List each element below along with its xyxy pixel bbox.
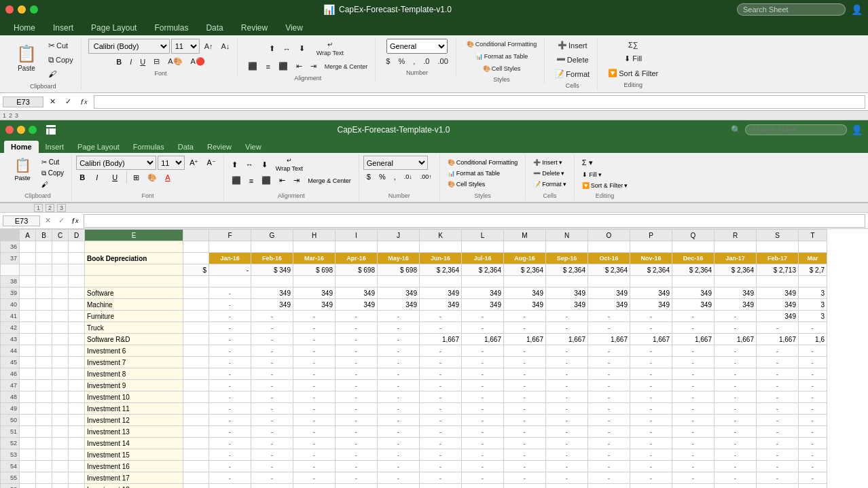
paste-button[interactable]: 📋 Paste (10, 41, 43, 79)
align-center-button[interactable]: ≡ (246, 175, 257, 186)
number-format-selector[interactable]: General (386, 39, 448, 54)
col-d[interactable]: D (69, 230, 85, 241)
format-button[interactable]: 📝 Format ▾ (530, 179, 570, 189)
tab-view[interactable]: View (238, 141, 268, 153)
row-group-1[interactable]: 1 (34, 204, 43, 212)
col-a[interactable]: A (20, 230, 36, 241)
percent-button[interactable]: % (395, 55, 408, 67)
font-color-button[interactable]: A (162, 172, 173, 183)
align-right-button[interactable]: ⬛ (258, 175, 274, 186)
sort-filter-button[interactable]: 🔽 Sort & Filter ▾ (579, 181, 632, 190)
italic-button[interactable]: I (126, 56, 135, 68)
tab-view[interactable]: View (277, 20, 311, 35)
tab-formulas[interactable]: Formulas (146, 20, 196, 35)
align-center-button[interactable]: ≡ (262, 60, 273, 73)
conditional-formatting-button[interactable]: 🎨 Conditional Formatting (444, 158, 522, 167)
col-j[interactable]: J (378, 230, 420, 241)
close-btn[interactable] (5, 126, 14, 134)
confirm-formula-button[interactable]: ✓ (56, 215, 67, 226)
tab-insert[interactable]: Insert (39, 141, 71, 153)
col-b[interactable]: B (36, 230, 52, 241)
autosum-button[interactable]: Σ ▾ (579, 157, 632, 169)
col-m[interactable]: M (504, 230, 546, 241)
percent-button[interactable]: % (376, 171, 389, 182)
tab-home[interactable]: Home (4, 141, 39, 153)
italic-button[interactable]: I (92, 172, 107, 183)
col-year[interactable] (183, 230, 209, 241)
insert-function-button[interactable]: fx (69, 216, 82, 226)
delete-button[interactable]: ➖ Delete ▾ (530, 169, 570, 178)
border-button[interactable]: ⊟ (150, 55, 163, 68)
font-color-button[interactable]: A🔴 (187, 55, 209, 68)
bold-button[interactable]: B (76, 172, 91, 183)
tab-data[interactable]: Data (198, 20, 231, 35)
align-right-button[interactable]: ⬛ (275, 60, 291, 73)
scroll-area[interactable]: A B C D E F G H I J K L M N (0, 229, 868, 488)
col-h[interactable]: H (293, 230, 336, 241)
formula-input[interactable] (84, 215, 865, 227)
font-size-selector[interactable]: 11 (158, 156, 185, 170)
col-p[interactable]: P (630, 230, 672, 241)
col-n[interactable]: N (546, 230, 588, 241)
col-i[interactable]: I (336, 230, 378, 241)
fill-button[interactable]: ⬇ Fill ▾ (579, 170, 632, 179)
paste-button[interactable]: 📋 Paste (8, 156, 37, 191)
comma-button[interactable]: , (410, 55, 418, 67)
bold-button[interactable]: B (113, 56, 125, 68)
insert-cells-button[interactable]: ➕ Insert (554, 39, 591, 52)
search-input[interactable] (737, 3, 846, 16)
row-group-3[interactable]: 3 (57, 204, 66, 212)
decrease-indent-button[interactable]: ⇤ (293, 60, 306, 73)
fill-color-button[interactable]: A🎨 (164, 55, 185, 68)
cancel-formula-button[interactable]: ✕ (42, 215, 54, 226)
cell-ref-box[interactable]: E73 (3, 215, 40, 226)
col-k[interactable]: K (420, 230, 462, 241)
currency-button[interactable]: $ (382, 55, 393, 67)
decrease-indent-button[interactable]: ⇤ (276, 175, 289, 186)
align-left-button[interactable]: ⬛ (245, 60, 261, 73)
format-cells-button[interactable]: 📝 Format (551, 67, 593, 80)
fill-button[interactable]: ⬇ Fill (621, 52, 645, 65)
wrap-text-button[interactable]: ↵ Wrap Text (310, 39, 350, 58)
function-button[interactable]: fx (77, 97, 91, 107)
minimize-btn[interactable] (17, 126, 25, 134)
align-left-button[interactable]: ⬛ (228, 175, 245, 186)
format-as-table-button[interactable]: 📊 Format as Table (472, 51, 531, 62)
col-g[interactable]: G (251, 230, 293, 241)
decrease-decimal-button[interactable]: .0 (420, 55, 433, 67)
col-q[interactable]: Q (672, 230, 715, 241)
insert-button[interactable]: ➕ Insert ▾ (530, 158, 570, 167)
tab-page-layout[interactable]: Page Layout (71, 141, 126, 153)
col-l[interactable]: L (462, 230, 504, 241)
currency-button[interactable]: $ (363, 171, 374, 182)
col-r[interactable]: R (715, 230, 757, 241)
wrap-text-button[interactable]: ↵ Wrap Text (272, 156, 306, 173)
search-input[interactable] (745, 124, 847, 135)
number-format-selector[interactable]: General (363, 156, 428, 170)
tab-data[interactable]: Data (171, 141, 200, 153)
tab-home[interactable]: Home (5, 20, 43, 35)
align-bottom-button[interactable]: ⬇ (295, 42, 308, 55)
tab-review[interactable]: Review (233, 20, 276, 35)
confirm-formula-button[interactable]: ✓ (62, 97, 75, 107)
underline-button[interactable]: U (109, 172, 124, 183)
align-top-button[interactable]: ⬆ (266, 42, 278, 55)
tab-insert[interactable]: Insert (45, 20, 82, 35)
tab-formulas[interactable]: Formulas (126, 141, 171, 153)
merge-center-button[interactable]: Merge & Center (304, 176, 355, 186)
increase-indent-button[interactable]: ⇥ (290, 175, 303, 186)
merge-center-button[interactable]: Merge & Center (321, 61, 372, 72)
delete-cells-button[interactable]: ➖ Delete (553, 53, 592, 66)
cancel-formula-button[interactable]: ✕ (46, 97, 59, 107)
increase-decimal-button[interactable]: .00 (434, 55, 451, 67)
formula-input[interactable] (94, 97, 194, 105)
decrease-font-button[interactable]: A↓ (218, 40, 234, 52)
cell-styles-button[interactable]: 🎨 Cell Styles (444, 179, 522, 189)
border-button[interactable]: ⊞ (130, 172, 143, 184)
font-grow-button[interactable]: A⁺ (186, 157, 202, 169)
align-bottom-button[interactable]: ⬇ (258, 159, 271, 171)
underline-button[interactable]: U (137, 56, 149, 68)
tab-page-layout[interactable]: Page Layout (83, 20, 145, 35)
col-e[interactable]: E (85, 230, 183, 241)
col-t[interactable]: T (799, 230, 827, 241)
